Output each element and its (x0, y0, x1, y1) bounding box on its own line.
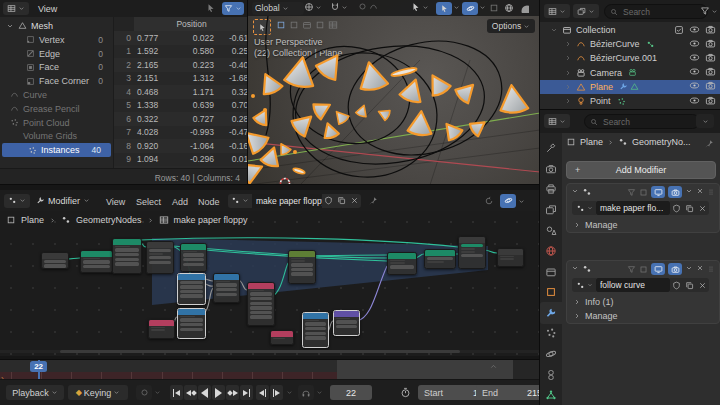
tree-item-instances[interactable]: Instances 40 (2, 143, 111, 157)
disable-render-toggle[interactable] (705, 24, 716, 37)
spreadsheet-filter-toggle[interactable] (222, 2, 244, 15)
table-row[interactable]: 2 2.165 0.223 -0.400 (114, 58, 247, 72)
jump-to-start-button[interactable] (170, 385, 183, 400)
modifier-expand-toggle[interactable] (571, 187, 579, 197)
modifier-delete-button[interactable] (696, 187, 704, 197)
hide-viewport-toggle[interactable] (689, 95, 700, 108)
outliner-item-plane[interactable]: Plane (540, 80, 720, 94)
disable-render-toggle[interactable] (705, 52, 716, 65)
table-row[interactable]: 0 0.777 0.022 -0.618 (114, 31, 247, 45)
node-canvas[interactable]: Plane GeometryNodes make paper floppy (0, 211, 540, 356)
tree-item-mesh[interactable]: Mesh (0, 19, 113, 33)
fake-user-button[interactable] (670, 278, 683, 292)
modifier-delete-button[interactable] (696, 264, 704, 274)
graph-node[interactable] (302, 312, 329, 348)
graph-node[interactable] (180, 243, 207, 272)
properties-tab-images[interactable] (540, 199, 562, 221)
outliner-filter-dropdown[interactable] (700, 6, 718, 16)
hide-viewport-toggle[interactable] (689, 38, 700, 51)
show-viewport-toggle[interactable] (651, 186, 665, 198)
prev-keyframe-button[interactable] (184, 385, 197, 400)
column-header-position[interactable]: Position (134, 17, 248, 32)
hide-viewport-toggle[interactable] (689, 24, 700, 37)
transport-controls[interactable] (170, 385, 253, 400)
use-preview-range-button[interactable] (400, 387, 411, 400)
table-row[interactable]: 8 0.920 -1.064 -0.161 (114, 139, 247, 153)
table-row[interactable]: 5 1.338 0.639 0.706 (114, 99, 247, 113)
modifier-node-group-name[interactable]: make paper flo... (596, 201, 670, 215)
outliner-item-collection[interactable]: Collection (540, 23, 720, 37)
end-frame-field[interactable]: End215 (476, 385, 540, 400)
graph-node[interactable] (333, 310, 360, 336)
audio-sync-chevron[interactable] (316, 389, 323, 396)
current-frame-field[interactable]: 22 (330, 385, 372, 400)
properties-search[interactable] (584, 114, 700, 129)
properties-editor-type-button[interactable] (544, 114, 570, 128)
tree-item-face[interactable]: Face 0 (0, 61, 113, 75)
unlink-button[interactable] (696, 201, 709, 215)
graph-node[interactable] (288, 250, 316, 284)
outliner-item-camera[interactable]: Camera (540, 66, 720, 80)
next-frame-button[interactable] (270, 385, 283, 400)
properties-pin-icon[interactable] (704, 139, 714, 149)
unlink-button[interactable] (696, 278, 709, 292)
timeline-expand-icon[interactable] (489, 362, 498, 371)
timeline-ruler[interactable] (0, 360, 337, 372)
auto-keyframe-button[interactable] (136, 385, 152, 400)
auto-keyframe-chevron[interactable] (154, 389, 161, 396)
jump-to-end-button[interactable] (240, 385, 253, 400)
outliner-display-mode-button[interactable] (544, 4, 570, 18)
properties-tab-data[interactable] (540, 384, 562, 405)
properties-options-chevron[interactable] (696, 114, 714, 128)
next-keyframe-button[interactable] (226, 385, 239, 400)
outliner-search-input[interactable] (621, 6, 702, 18)
disable-render-toggle[interactable] (705, 66, 716, 79)
modifier-node-group-name[interactable]: follow curve (596, 278, 670, 292)
audio-sync-button[interactable] (298, 385, 314, 400)
node-editor-hscrollbar[interactable] (0, 350, 540, 353)
modifier-extras-dropdown[interactable] (685, 264, 693, 274)
outliner-item-point[interactable]: Point (540, 94, 720, 108)
graph-node[interactable] (387, 252, 417, 275)
tree-item-curve[interactable]: Curve (0, 88, 113, 102)
graph-node[interactable] (41, 252, 69, 269)
hide-viewport-toggle[interactable] (689, 66, 700, 79)
disable-render-toggle[interactable] (705, 95, 716, 108)
start-frame-field[interactable]: Start1 (418, 385, 484, 400)
table-row[interactable]: 7 4.028 -0.993 -0.473 (114, 126, 247, 140)
graph-node[interactable] (497, 248, 524, 267)
timeline-range-band[interactable] (0, 372, 337, 379)
table-row[interactable]: 3 2.151 1.312 -1.683 (114, 72, 247, 86)
table-row[interactable]: 9 1.094 -0.296 0.015 (114, 153, 247, 167)
table-row[interactable]: 1 1.592 0.580 0.256 (114, 45, 247, 59)
playback-menu[interactable]: Playback (6, 385, 64, 400)
graph-node[interactable] (270, 330, 294, 345)
tree-item-volume-grids[interactable]: Volume Grids (0, 130, 113, 144)
properties-tab-tool[interactable] (540, 137, 562, 159)
modifier-expand-toggle[interactable] (571, 264, 579, 274)
hide-viewport-toggle[interactable] (689, 52, 700, 65)
play-button[interactable] (212, 385, 225, 400)
spreadsheet-filter-arrow-icon[interactable] (206, 3, 216, 13)
graph-node[interactable] (146, 241, 174, 274)
graph-node[interactable] (177, 308, 206, 339)
properties-tab-parts[interactable] (540, 322, 562, 344)
hide-viewport-toggle[interactable] (689, 80, 700, 93)
outliner-item-béziercurve[interactable]: BézierCurve (540, 37, 720, 51)
properties-search-input[interactable] (601, 116, 694, 128)
disable-render-toggle[interactable] (705, 38, 716, 51)
properties-tab-world[interactable] (540, 240, 562, 262)
play-reverse-button[interactable] (198, 385, 211, 400)
subpanel-info-1-[interactable]: Info (1) (567, 295, 719, 309)
graph-node[interactable] (80, 250, 113, 273)
keying-menu[interactable]: ◆ Keying (68, 385, 128, 400)
graph-node[interactable] (424, 249, 456, 269)
outliner-restriction-dropdown[interactable] (573, 4, 599, 18)
subpanel-manage[interactable]: Manage (567, 218, 719, 232)
graph-node[interactable] (247, 282, 275, 326)
add-modifier-button[interactable]: + Add Modifier (566, 161, 716, 179)
properties-tab-wrench[interactable] (540, 302, 562, 324)
graph-node[interactable] (213, 273, 240, 303)
graph-node[interactable] (148, 319, 175, 339)
show-render-toggle[interactable] (668, 186, 682, 198)
